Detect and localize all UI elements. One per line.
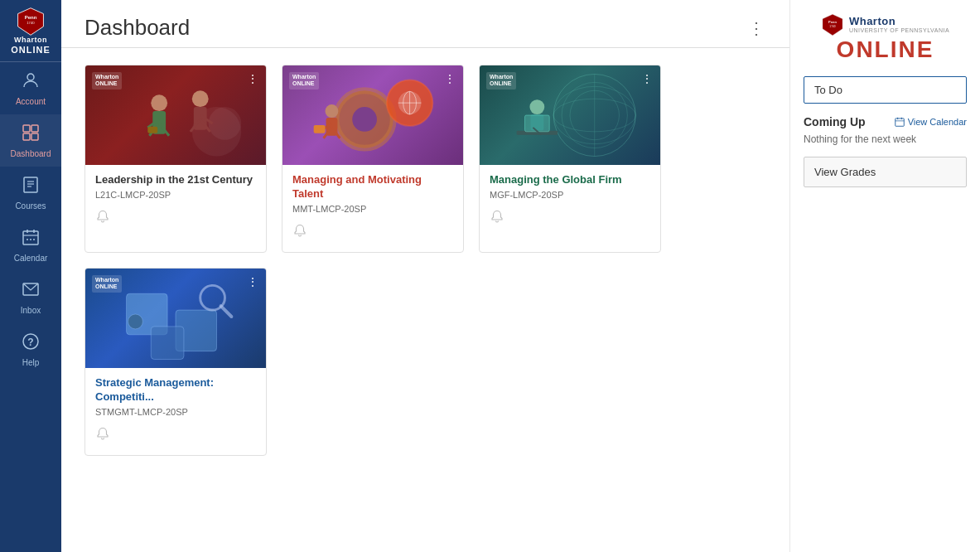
course-actions-4 [95,424,256,448]
svg-line-64 [221,306,232,317]
wharton-shield-icon: Penn 1740 [16,7,46,36]
account-icon [21,70,41,95]
sidebar-item-dashboard[interactable]: Dashboard [0,114,61,167]
svg-text:?: ? [27,337,33,348]
todo-box: To Do [804,76,967,104]
svg-rect-29 [147,127,157,133]
course-actions-1 [95,206,256,231]
svg-text:Penn: Penn [828,20,837,24]
sidebar-logo: Penn 1740 Wharton ONLINE [0,0,61,62]
svg-point-36 [352,107,377,132]
sidebar-item-courses[interactable]: Courses [0,167,61,219]
course-actions-2 [292,220,453,245]
svg-rect-47 [314,125,326,133]
header-options-button[interactable]: ⋮ [748,18,766,38]
announce-icon-1 [95,210,110,228]
announce-icon-3 [490,210,504,228]
calendar-small-icon [894,116,905,128]
svg-point-23 [209,107,242,140]
svg-text:Penn: Penn [25,15,37,20]
course-image-3: WhartonONLINE ⋮ [480,65,660,165]
sidebar-item-calendar[interactable]: Calendar [0,219,61,271]
courses-label: Courses [15,201,46,211]
svg-rect-8 [24,177,37,192]
course-card-body-3: Managing the Global Firm MGF-LMCP-20SP [480,165,660,238]
svg-rect-7 [31,133,38,140]
sidebar-item-help[interactable]: ? Help [0,323,61,375]
course-title-4: Strategic Management: Competiti... [95,376,256,404]
course-card-2[interactable]: WhartonONLINE ⋮ [282,65,464,253]
sidebar-item-inbox[interactable]: Inbox [0,271,61,323]
coming-up-section: Coming Up View Calendar Nothing for the … [804,115,967,145]
calendar-icon [21,227,41,252]
view-calendar-text: View Calendar [908,117,967,127]
svg-point-3 [27,74,34,80]
svg-rect-12 [23,231,38,245]
course-card-body-4: Strategic Management: Competiti... STMGM… [85,368,266,455]
help-label: Help [22,358,40,367]
course-title-3: Managing the Global Firm [490,173,650,187]
course-code-2: MMT-LMCP-20SP [292,204,453,214]
course-image-2: WhartonONLINE ⋮ [282,65,463,165]
course-image-1: WhartonONLINE ⋮ [85,65,266,165]
card-wharton-badge-3: WhartonONLINE [486,72,516,90]
course-card-body-2: Managing and Motivating Talent MMT-LMCP-… [282,165,463,252]
card-wharton-badge-1: WhartonONLINE [92,72,122,90]
course-image-4: WhartonONLINE ⋮ [85,269,266,368]
sidebar-online-text: ONLINE [11,45,51,55]
course-code-3: MGF-LMCP-20SP [490,190,650,200]
svg-rect-68 [895,119,904,126]
sidebar-item-account[interactable]: Account [0,62,61,114]
course-title-2: Managing and Motivating Talent [292,173,453,201]
view-grades-button[interactable]: View Grades [804,157,967,187]
svg-point-42 [326,104,339,118]
right-sidebar: Penn 1740 Wharton University of Pennsylv… [789,0,980,552]
course-card-1[interactable]: WhartonONLINE ⋮ [84,65,267,253]
calendar-label: Calendar [14,254,48,263]
svg-rect-62 [151,327,184,360]
svg-text:1740: 1740 [829,25,836,28]
course-code-4: STMGMT-LMCP-20SP [95,407,256,417]
dashboard-label: Dashboard [11,149,51,158]
course-title-1: Leadership in the 21st Century [95,173,256,187]
inbox-label: Inbox [21,306,41,315]
svg-rect-4 [23,125,30,132]
svg-rect-5 [31,125,38,132]
right-shield-icon: Penn 1740 [821,13,844,36]
right-logo-top: Penn 1740 Wharton University of Pennsylv… [821,13,949,36]
course-code-1: L21C-LMCP-20SP [95,190,256,200]
card-options-3[interactable]: ⋮ [641,72,654,85]
card-wharton-badge-2: WhartonONLINE [289,72,319,90]
card-options-2[interactable]: ⋮ [444,72,456,85]
right-online-text: ONLINE [837,38,934,61]
svg-point-17 [30,239,31,240]
right-logo-area: Penn 1740 Wharton University of Pennsylv… [804,13,967,61]
svg-rect-57 [525,115,550,132]
announce-icon-2 [292,224,307,242]
coming-up-label: Coming Up [804,115,866,128]
card-wharton-badge-4: WhartonONLINE [92,275,122,293]
coming-up-header: Coming Up View Calendar [804,115,967,128]
svg-point-54 [529,99,544,114]
inbox-icon [21,279,41,304]
courses-grid: WhartonONLINE ⋮ [61,48,789,472]
sidebar-wharton-text: Wharton [14,36,47,45]
svg-point-16 [27,239,28,240]
view-calendar-link[interactable]: View Calendar [894,116,967,128]
card-options-1[interactable]: ⋮ [247,72,259,85]
dashboard-icon [21,123,41,148]
course-card-4[interactable]: WhartonONLINE ⋮ Strategic [84,268,267,456]
course-card-3[interactable]: WhartonONLINE ⋮ [479,65,661,253]
course-actions-3 [490,206,650,231]
card-options-4[interactable]: ⋮ [247,275,259,288]
page-header: Dashboard ⋮ [61,0,789,48]
todo-label: To Do [814,84,842,96]
page-title: Dashboard [84,15,190,41]
account-label: Account [16,97,46,106]
nothing-text: Nothing for the next week [804,133,967,145]
svg-text:1740: 1740 [27,21,35,25]
svg-rect-6 [23,133,30,140]
svg-point-30 [192,90,209,107]
main-content: Dashboard ⋮ WhartonONLINE ⋮ [61,0,789,552]
svg-rect-60 [128,314,143,329]
